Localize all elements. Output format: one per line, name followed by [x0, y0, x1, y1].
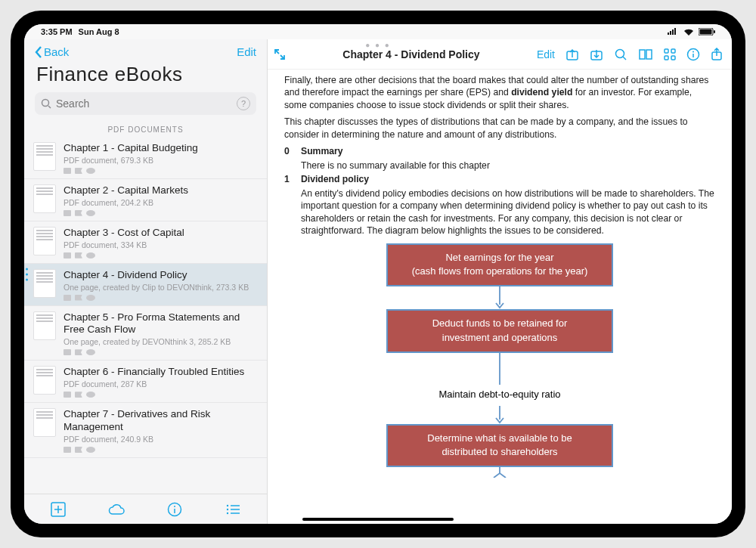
svg-point-9	[174, 506, 175, 507]
chevron-left-icon	[35, 46, 42, 58]
search-icon	[41, 98, 51, 109]
doc-tag-icons	[64, 168, 258, 174]
content-title: Chapter 4 - Dividend Policy	[296, 48, 526, 60]
doc-tag-icons	[64, 392, 258, 398]
move-to-button[interactable]	[565, 48, 579, 61]
flowchart-box: Net earnings for the year (cash flows fr…	[386, 243, 613, 287]
doc-title: Chapter 7 - Derivatives and Risk Managem…	[64, 408, 258, 434]
status-icons	[667, 28, 715, 36]
help-icon[interactable]: ?	[237, 97, 250, 110]
arrow-down-icon	[495, 406, 504, 424]
flowchart: Net earnings for the year (cash flows fr…	[284, 243, 715, 478]
list-item[interactable]: Chapter 3 - Cost of Capital PDF document…	[24, 221, 267, 264]
sidebar-edit-button[interactable]: Edit	[237, 45, 256, 58]
status-date: Sun Aug 8	[79, 27, 119, 36]
svg-point-13	[227, 508, 228, 509]
back-button[interactable]: Back	[35, 45, 69, 58]
flowchart-box: Deduct funds to be retained for investme…	[386, 309, 613, 353]
list-item[interactable]: Chapter 5 - Pro Forma Statements and Fre…	[24, 306, 267, 361]
doc-title: Chapter 1 - Capital Budgeting	[64, 142, 258, 155]
doc-meta: PDF document, 204.2 KB	[64, 198, 258, 207]
arrow-down-icon	[495, 286, 504, 309]
svg-rect-2	[714, 30, 715, 33]
search-content-button[interactable]	[614, 48, 627, 61]
content-edit-button[interactable]: Edit	[537, 48, 555, 60]
reader-view-button[interactable]	[638, 48, 653, 60]
status-time: 3:35 PM	[41, 27, 73, 36]
doc-title: Chapter 4 - Dividend Policy	[64, 269, 258, 282]
doc-thumb-icon	[33, 184, 56, 213]
section-text: There is no summary available for this c…	[301, 159, 715, 172]
doc-tag-icons	[64, 349, 258, 355]
svg-rect-23	[665, 49, 668, 53]
section-number: 0	[284, 145, 292, 157]
list-item[interactable]: Chapter 2 - Capital Markets PDF document…	[24, 179, 267, 221]
content-toolbar: Chapter 4 - Dividend Policy Edit	[268, 39, 732, 70]
doc-title: Chapter 5 - Pro Forma Statements and Fre…	[64, 311, 258, 337]
doc-tag-icons	[64, 210, 258, 216]
doc-title: Chapter 3 - Cost of Capital	[64, 227, 258, 240]
doc-thumb-icon	[33, 408, 56, 437]
document-list[interactable]: Chapter 1 - Capital Budgeting PDF docume…	[24, 137, 267, 494]
doc-thumb-icon	[33, 366, 56, 395]
sidebar-bottom-toolbar	[24, 494, 267, 524]
fullscreen-button[interactable]	[274, 48, 286, 60]
section-text: An entity's dividend policy embodies dec…	[301, 187, 715, 237]
arrow-down-icon	[495, 353, 504, 385]
paragraph: Finally, there are other decisions that …	[284, 74, 715, 111]
status-bar: 3:35 PM Sun Aug 8	[24, 24, 732, 39]
search-input[interactable]	[56, 98, 232, 110]
doc-thumb-icon	[33, 269, 56, 298]
svg-line-22	[623, 57, 626, 60]
doc-meta: PDF document, 287 KB	[64, 379, 258, 389]
doc-meta: One page, created by Clip to DEVONthink,…	[64, 283, 258, 292]
svg-point-15	[227, 512, 228, 513]
svg-rect-24	[671, 49, 675, 53]
download-button[interactable]	[590, 48, 603, 61]
paragraph: This chapter discusses the types of dist…	[284, 116, 715, 141]
list-item[interactable]: Chapter 6 - Financially Troubled Entitie…	[24, 361, 267, 403]
section-title: Summary	[301, 145, 343, 157]
sidebar-section-header: PDF DOCUMENTS	[24, 121, 267, 137]
doc-tag-icons	[64, 295, 258, 301]
doc-meta: PDF document, 240.9 KB	[64, 435, 258, 444]
list-item[interactable]: Chapter 7 - Derivatives and Risk Managem…	[24, 403, 267, 458]
share-button[interactable]	[711, 48, 723, 61]
sidebar-title: Finance eBooks	[24, 61, 267, 92]
search-field[interactable]: ?	[35, 92, 256, 115]
document-body[interactable]: Finally, there are other decisions that …	[268, 70, 732, 524]
grid-view-button[interactable]	[664, 48, 676, 60]
multitask-dots-icon[interactable]	[26, 268, 28, 280]
info-content-button[interactable]	[686, 48, 700, 61]
section-title: Dividend policy	[301, 173, 369, 185]
svg-line-4	[48, 106, 51, 108]
doc-thumb-icon	[33, 227, 56, 255]
sidebar: Back Edit Finance eBooks ? PDF DOCUMENTS	[24, 39, 268, 524]
svg-rect-26	[671, 56, 675, 60]
flowchart-box: Determine what is available to be distri…	[386, 424, 613, 468]
list-item[interactable]: Chapter 4 - Dividend Policy One page, cr…	[24, 264, 267, 306]
svg-rect-25	[665, 56, 668, 60]
svg-point-21	[616, 49, 624, 57]
svg-rect-1	[700, 29, 712, 35]
list-view-button[interactable]	[218, 503, 248, 515]
cloud-button[interactable]	[101, 503, 132, 515]
svg-point-28	[692, 51, 694, 52]
doc-tag-icons	[64, 252, 258, 259]
doc-meta: PDF document, 679.3 KB	[64, 156, 258, 165]
arrow-down-icon	[492, 467, 507, 478]
flowchart-label: Maintain debt-to-equity ratio	[438, 388, 560, 401]
back-label: Back	[44, 45, 69, 58]
content-pane: Chapter 4 - Dividend Policy Edit Finally…	[268, 39, 732, 524]
list-item[interactable]: Chapter 1 - Capital Budgeting PDF docume…	[24, 137, 267, 179]
info-button[interactable]	[160, 502, 190, 517]
section-number: 1	[284, 173, 292, 185]
doc-thumb-icon	[33, 142, 56, 171]
doc-thumb-icon	[33, 311, 56, 340]
home-indicator[interactable]	[302, 518, 454, 521]
add-button[interactable]	[43, 502, 73, 517]
doc-title: Chapter 6 - Financially Troubled Entitie…	[64, 366, 258, 379]
doc-title: Chapter 2 - Capital Markets	[64, 184, 258, 197]
doc-meta: PDF document, 334 KB	[64, 240, 258, 249]
split-view-handle-icon[interactable]: ● ● ●	[365, 41, 391, 49]
